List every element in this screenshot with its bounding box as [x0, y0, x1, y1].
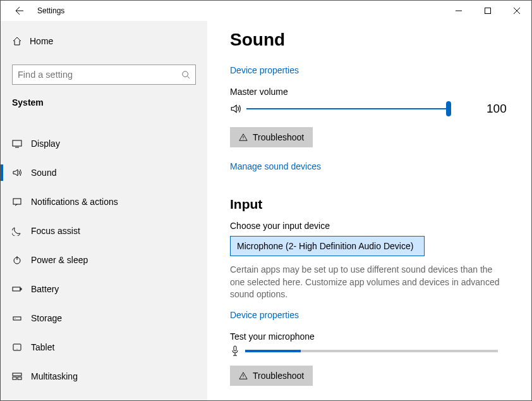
- test-mic-label: Test your microphone: [230, 331, 509, 342]
- search-icon: [181, 70, 190, 79]
- svg-rect-12: [13, 377, 16, 379]
- sidebar-item-focus-assist[interactable]: Focus assist: [1, 216, 207, 245]
- master-volume-value: 100: [487, 102, 507, 116]
- notifications-icon: [12, 197, 31, 207]
- sidebar-item-label: Tablet: [31, 342, 54, 352]
- sidebar-item-notifications[interactable]: Notifications & actions: [1, 187, 207, 216]
- warning-icon: [239, 133, 248, 142]
- svg-rect-6: [20, 288, 21, 290]
- focus-assist-icon: [12, 226, 31, 236]
- home-icon: [12, 36, 30, 46]
- input-device-value: Microphone (2- High Definition Audio Dev…: [237, 241, 413, 251]
- troubleshoot-output-button[interactable]: Troubleshoot: [230, 127, 313, 147]
- sidebar-item-display[interactable]: Display: [1, 129, 207, 158]
- input-heading: Input: [230, 197, 509, 212]
- sidebar-item-label: Display: [31, 139, 60, 149]
- sidebar-item-label: Sound: [31, 168, 56, 178]
- sidebar-item-power-sleep[interactable]: Power & sleep: [1, 245, 207, 275]
- content-area: Sound Device properties Master volume 10…: [207, 21, 531, 400]
- page-title: Sound: [230, 30, 509, 50]
- search-input[interactable]: [12, 65, 196, 85]
- svg-point-8: [15, 318, 16, 319]
- sound-icon: [12, 168, 31, 178]
- sidebar-item-storage[interactable]: Storage: [1, 304, 207, 333]
- microphone-icon: [230, 345, 240, 357]
- minimize-button[interactable]: [444, 1, 473, 21]
- input-description: Certain apps may be set up to use differ…: [230, 264, 508, 301]
- category-title: System: [1, 97, 207, 116]
- tablet-icon: [12, 342, 31, 352]
- svg-rect-3: [13, 199, 21, 204]
- svg-point-10: [17, 349, 18, 350]
- sidebar-item-tablet[interactable]: Tablet: [1, 333, 207, 362]
- sidebar-item-label: Battery: [31, 284, 59, 294]
- maximize-button[interactable]: [473, 1, 502, 21]
- home-link[interactable]: Home: [1, 28, 207, 54]
- choose-input-label: Choose your input device: [230, 221, 509, 231]
- battery-icon: [12, 284, 31, 294]
- sidebar-item-label: Notifications & actions: [31, 197, 118, 207]
- sidebar: Home System Display Sound: [1, 21, 207, 400]
- sidebar-item-multitasking[interactable]: Multitasking: [1, 362, 207, 391]
- multitasking-icon: [12, 371, 31, 381]
- sidebar-item-battery[interactable]: Battery: [1, 275, 207, 304]
- troubleshoot-label: Troubleshoot: [253, 371, 304, 381]
- settings-window: Settings Home: [0, 0, 532, 401]
- back-button[interactable]: [8, 1, 28, 21]
- search-field[interactable]: [18, 70, 181, 80]
- svg-rect-7: [13, 317, 21, 320]
- close-button[interactable]: [502, 1, 531, 21]
- window-title: Settings: [37, 6, 64, 15]
- display-icon: [12, 139, 31, 149]
- home-label: Home: [30, 36, 53, 46]
- input-device-properties-link[interactable]: Device properties: [230, 310, 509, 320]
- warning-icon: [239, 371, 248, 380]
- svg-point-1: [183, 71, 188, 77]
- mic-level-meter: [245, 350, 498, 352]
- svg-rect-0: [485, 8, 491, 14]
- speaker-icon: [230, 103, 246, 114]
- storage-icon: [12, 313, 31, 323]
- titlebar: Settings: [1, 1, 531, 21]
- svg-rect-11: [13, 373, 21, 376]
- device-properties-link[interactable]: Device properties: [230, 65, 509, 75]
- troubleshoot-input-button[interactable]: Troubleshoot: [230, 366, 313, 386]
- troubleshoot-label: Troubleshoot: [253, 132, 304, 142]
- master-volume-label: Master volume: [230, 87, 509, 97]
- sidebar-item-label: Multitasking: [31, 371, 78, 381]
- sidebar-item-label: Storage: [31, 313, 62, 323]
- svg-rect-13: [18, 377, 21, 379]
- sidebar-item-sound[interactable]: Sound: [1, 158, 207, 187]
- svg-rect-2: [13, 140, 21, 146]
- sidebar-item-label: Power & sleep: [31, 255, 88, 265]
- sidebar-item-label: Focus assist: [31, 226, 80, 236]
- master-volume-slider[interactable]: [246, 102, 449, 115]
- input-device-select[interactable]: Microphone (2- High Definition Audio Dev…: [230, 236, 425, 256]
- power-icon: [12, 255, 31, 265]
- svg-rect-14: [234, 346, 236, 351]
- svg-rect-5: [13, 287, 20, 291]
- slider-thumb[interactable]: [446, 101, 451, 116]
- manage-sound-devices-link[interactable]: Manage sound devices: [230, 161, 509, 171]
